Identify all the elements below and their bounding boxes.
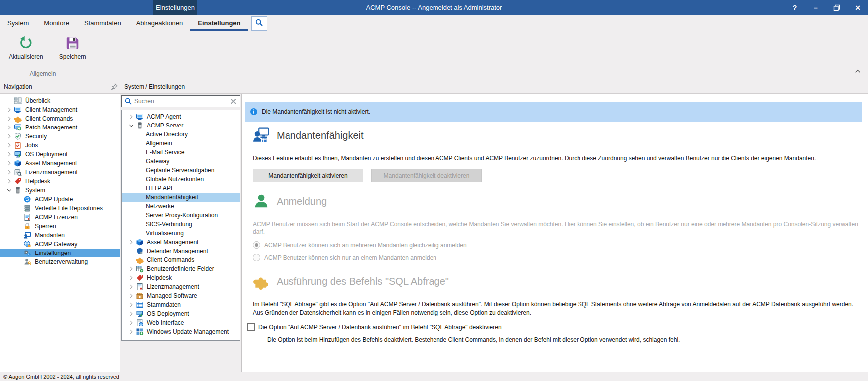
titlebar-tab-einstellungen[interactable]: Einstellungen <box>153 0 197 15</box>
minimize-button[interactable]: – <box>805 0 826 15</box>
tree-item-web-interface[interactable]: Web Interface <box>122 318 240 327</box>
chevron-right-icon[interactable] <box>127 283 136 290</box>
tree-item-http-api[interactable]: HTTP API <box>122 184 240 193</box>
chevron-right-icon[interactable] <box>5 169 14 176</box>
tree-item-benutzerdefinierte-felder[interactable]: Benutzerdefinierte Felder <box>122 264 240 273</box>
tree-item-acmp-agent[interactable]: ACMP Agent <box>122 112 240 121</box>
tree-item-verteilte-file-repositories[interactable]: Verteilte File Repositories <box>0 204 120 213</box>
tree-item-label: ACMP Gateway <box>35 241 77 248</box>
clear-search-icon[interactable] <box>230 98 237 105</box>
tree-item-lizenzmanagement[interactable]: Lizenzmanagement <box>0 168 120 177</box>
settings-tree: ACMP AgentACMP ServerActive DirectoryAll… <box>121 110 240 341</box>
chevron-down-icon[interactable] <box>127 122 136 129</box>
tree-item-active-directory[interactable]: Active Directory <box>122 130 240 139</box>
tree-item-allgemein[interactable]: Allgemein <box>122 139 240 148</box>
collapse-ribbon-button[interactable] <box>853 67 862 76</box>
chevron-right-icon[interactable] <box>5 124 14 131</box>
tree-item-e-mail-service[interactable]: E-Mail Service <box>122 148 240 157</box>
defender-management-icon <box>136 247 144 255</box>
tree-item-acmp-server[interactable]: ACMP Server <box>122 121 240 130</box>
checkbox-unchecked-icon[interactable] <box>247 323 255 331</box>
statusbar: © Aagon GmbH 2002 - 2024, all rights res… <box>0 372 868 381</box>
tree-item-acmp-lizenzen[interactable]: ACMP Lizenzen <box>0 213 120 222</box>
save-icon <box>65 36 80 51</box>
tree-item-label: Managed Software <box>147 292 197 299</box>
tree-item-label: Benutzerdefinierte Felder <box>147 265 214 272</box>
tree-item-asset-management[interactable]: Asset Management <box>0 159 120 168</box>
chevron-right-icon[interactable] <box>127 239 136 246</box>
tree-item-patch-management[interactable]: Patch Management <box>0 123 120 132</box>
chevron-right-icon[interactable] <box>5 142 14 149</box>
tree-item-netzwerke[interactable]: Netzwerke <box>122 202 240 211</box>
chevron-right-icon[interactable] <box>5 115 14 122</box>
tree-item-virtualisierung[interactable]: Virtualisierung <box>122 229 240 238</box>
chevron-right-icon[interactable] <box>127 301 136 308</box>
tree-item-stammdaten[interactable]: Stammdaten <box>122 300 240 309</box>
tree-item-benutzerverwaltung[interactable]: Benutzerverwaltung <box>0 257 120 266</box>
chevron-down-icon[interactable] <box>5 187 14 194</box>
chevron-right-icon[interactable] <box>127 319 136 326</box>
tree-item-system[interactable]: System <box>0 186 120 195</box>
tree-item-sperren[interactable]: Sperren <box>0 222 120 231</box>
tree-item-geplante-serveraufgaben[interactable]: Geplante Serveraufgaben <box>122 166 240 175</box>
radio-checked-icon[interactable] <box>253 241 260 249</box>
radio-option-ein-mandant[interactable]: ACMP Benutzer können sich nur an einem M… <box>253 254 862 261</box>
menu-monitore[interactable]: Monitore <box>36 15 77 31</box>
chevron-right-icon[interactable] <box>5 133 14 140</box>
tree-item-client-commands[interactable]: Client Commands <box>0 114 120 123</box>
mandant-icon <box>253 127 270 144</box>
chevron-right-icon[interactable] <box>127 274 136 281</box>
aktualisieren-button[interactable]: Aktualisieren <box>4 32 48 62</box>
tree-item-lizenzmanagement[interactable]: Lizenzmanagement <box>122 282 240 291</box>
radio-unchecked-icon[interactable] <box>253 254 260 261</box>
tree-item-client-commands[interactable]: Client Commands <box>122 255 240 264</box>
tree-item-server-proxy-konfiguration[interactable]: Server Proxy-Konfiguration <box>122 211 240 220</box>
tree-item-defender-management[interactable]: Defender Management <box>122 247 240 255</box>
chevron-right-icon[interactable] <box>127 265 136 272</box>
radio-option-mehrere-mandanten[interactable]: ACMP Benutzer können sich an mehreren Ma… <box>253 241 862 249</box>
chevron-right-icon[interactable] <box>5 178 14 185</box>
tree-item-os-deployment[interactable]: OS Deployment <box>122 309 240 318</box>
info-banner: Die Mandantenfähigkeit ist nicht aktivie… <box>245 102 862 122</box>
tree-item-berblick[interactable]: Überblick <box>0 96 120 105</box>
sql-disable-option-row[interactable]: Die Option "Auf ACMP Server / Datenbank … <box>247 323 862 331</box>
tree-item-windows-update-management[interactable]: Windows Update Management <box>122 327 240 336</box>
chevron-right-icon[interactable] <box>127 328 136 335</box>
tree-item-acmp-gateway[interactable]: ACMP Gateway <box>0 240 120 249</box>
benutzerdefinierte-felder-icon <box>136 265 144 273</box>
pin-icon[interactable] <box>110 83 118 91</box>
restore-button[interactable] <box>826 0 847 15</box>
sql-description-line2: Aus Gründen der Datensicherheit kann es … <box>253 309 862 317</box>
help-button[interactable]: ? <box>784 0 805 15</box>
chevron-right-icon[interactable] <box>127 310 136 317</box>
tree-item-managed-software[interactable]: Managed Software <box>122 291 240 300</box>
tree-item-helpdesk[interactable]: Helpdesk <box>122 273 240 282</box>
search-input[interactable]: Suchen <box>121 95 240 107</box>
menu-abfrageaktionen[interactable]: Abfrageaktionen <box>129 15 191 31</box>
activate-mandant-button[interactable]: Mandantenfähigkeit aktivieren <box>253 169 363 182</box>
tree-item-os-deployment[interactable]: OS Deployment <box>0 150 120 159</box>
chevron-right-icon[interactable] <box>127 113 136 120</box>
tree-item-label: Jobs <box>25 142 38 149</box>
chevron-right-icon[interactable] <box>5 160 14 167</box>
tree-item-einstellungen[interactable]: Einstellungen <box>0 249 120 257</box>
tree-item-gateway[interactable]: Gateway <box>122 157 240 166</box>
tree-item-helpdesk[interactable]: Helpdesk <box>0 177 120 186</box>
ribbon-search-button[interactable] <box>251 16 267 31</box>
close-button[interactable]: ✕ <box>847 0 868 15</box>
tree-item-sics-verbindung[interactable]: SICS-Verbindung <box>122 220 240 229</box>
chevron-right-icon[interactable] <box>5 106 14 113</box>
menu-einstellungen[interactable]: Einstellungen <box>190 15 248 31</box>
chevron-right-icon[interactable] <box>127 292 136 299</box>
chevron-right-icon[interactable] <box>5 151 14 158</box>
tree-item-asset-management[interactable]: Asset Management <box>122 238 240 247</box>
tree-item-security[interactable]: Security <box>0 132 120 141</box>
tree-item-mandanten[interactable]: Mandanten <box>0 231 120 240</box>
tree-item-jobs[interactable]: Jobs <box>0 141 120 150</box>
menu-stammdaten[interactable]: Stammdaten <box>77 15 129 31</box>
tree-item-acmp-update[interactable]: ACMP Update <box>0 195 120 204</box>
tree-item-client-management[interactable]: Client Management <box>0 105 120 114</box>
tree-item-mandantenf-higkeit[interactable]: Mandantenfähigkeit <box>122 193 240 202</box>
tree-item-globale-nutzerkonten[interactable]: Globale Nutzerkonten <box>122 175 240 184</box>
menu-system[interactable]: System <box>0 15 36 31</box>
